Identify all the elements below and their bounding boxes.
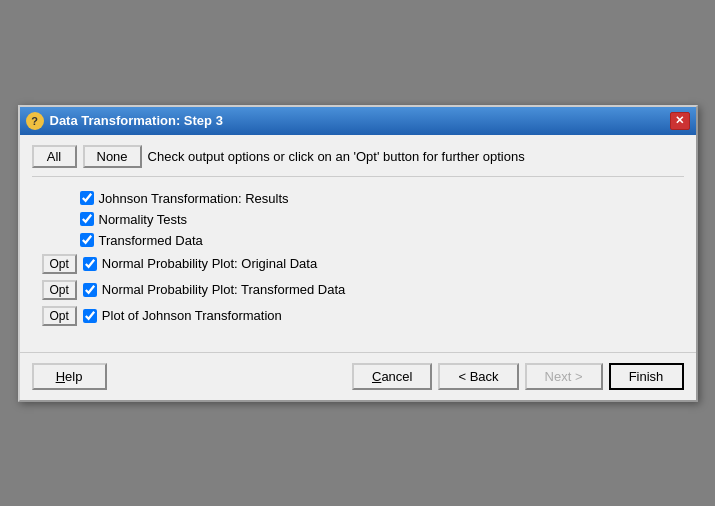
content-area: All None Check output options or click o… [20, 135, 696, 342]
checkbox-normal-prob-transformed[interactable] [83, 283, 97, 297]
checkbox-wrapper-normality-tests: Normality Tests [80, 212, 188, 227]
option-row: Johnson Transformation: Results [42, 191, 684, 206]
checkbox-wrapper-johnson-results: Johnson Transformation: Results [80, 191, 289, 206]
window-title: Data Transformation: Step 3 [50, 113, 223, 128]
checkbox-normality-tests[interactable] [80, 212, 94, 226]
none-button[interactable]: None [83, 145, 142, 168]
checkbox-wrapper-transformed-data: Transformed Data [80, 233, 203, 248]
options-list: Johnson Transformation: ResultsNormality… [32, 191, 684, 326]
option-row: OptNormal Probability Plot: Original Dat… [42, 254, 684, 274]
dialog-icon: ? [26, 112, 44, 130]
title-bar: ? Data Transformation: Step 3 ✕ [20, 107, 696, 135]
opt-button-normal-prob-original[interactable]: Opt [42, 254, 77, 274]
checkbox-johnson-results[interactable] [80, 191, 94, 205]
option-row: Transformed Data [42, 233, 684, 248]
finish-button[interactable]: Finish [609, 363, 684, 390]
option-label-normal-prob-transformed: Normal Probability Plot: Transformed Dat… [102, 282, 345, 297]
checkbox-transformed-data[interactable] [80, 233, 94, 247]
option-label-normality-tests: Normality Tests [99, 212, 188, 227]
option-label-transformed-data: Transformed Data [99, 233, 203, 248]
option-row: OptNormal Probability Plot: Transformed … [42, 280, 684, 300]
checkbox-normal-prob-original[interactable] [83, 257, 97, 271]
option-label-johnson-results: Johnson Transformation: Results [99, 191, 289, 206]
option-row: OptPlot of Johnson Transformation [42, 306, 684, 326]
back-button[interactable]: < Back [438, 363, 518, 390]
title-bar-left: ? Data Transformation: Step 3 [26, 112, 223, 130]
cancel-button[interactable]: Cancel [352, 363, 432, 390]
checkbox-wrapper-normal-prob-transformed: Normal Probability Plot: Transformed Dat… [83, 282, 345, 297]
help-underline: Help [56, 369, 83, 384]
close-button[interactable]: ✕ [670, 112, 690, 130]
instruction-text: Check output options or click on an 'Opt… [148, 149, 525, 164]
option-label-plot-johnson: Plot of Johnson Transformation [102, 308, 282, 323]
checkbox-wrapper-plot-johnson: Plot of Johnson Transformation [83, 308, 282, 323]
option-label-normal-prob-original: Normal Probability Plot: Original Data [102, 256, 317, 271]
bottom-right-group: Cancel < Back Next > Finish [352, 363, 684, 390]
next-button[interactable]: Next > [525, 363, 603, 390]
top-bar: All None Check output options or click o… [32, 145, 684, 177]
checkbox-plot-johnson[interactable] [83, 309, 97, 323]
option-row: Normality Tests [42, 212, 684, 227]
bottom-bar: Help Cancel < Back Next > Finish [20, 352, 696, 400]
opt-button-normal-prob-transformed[interactable]: Opt [42, 280, 77, 300]
checkbox-wrapper-normal-prob-original: Normal Probability Plot: Original Data [83, 256, 317, 271]
dialog-window: ? Data Transformation: Step 3 ✕ All None… [18, 105, 698, 402]
help-button[interactable]: Help [32, 363, 107, 390]
all-button[interactable]: All [32, 145, 77, 168]
opt-button-plot-johnson[interactable]: Opt [42, 306, 77, 326]
